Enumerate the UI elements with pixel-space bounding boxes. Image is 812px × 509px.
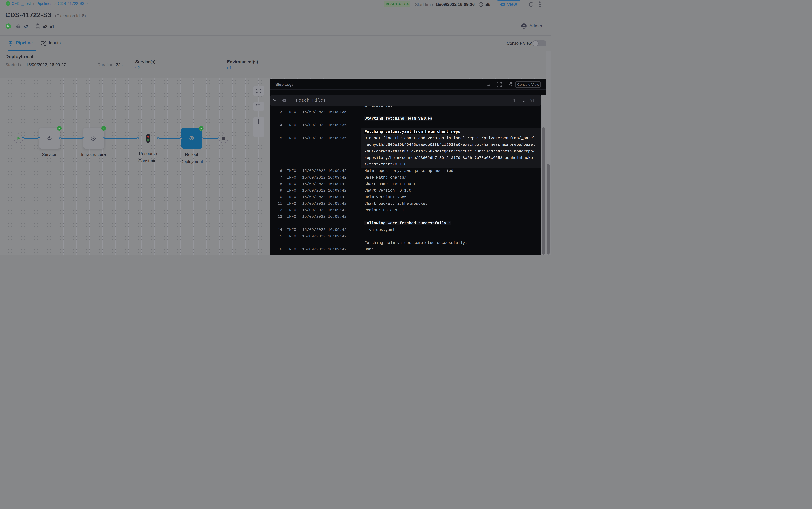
svg-text:∞: ∞ [7,1,9,5]
svg-text:∞: ∞ [7,24,9,28]
